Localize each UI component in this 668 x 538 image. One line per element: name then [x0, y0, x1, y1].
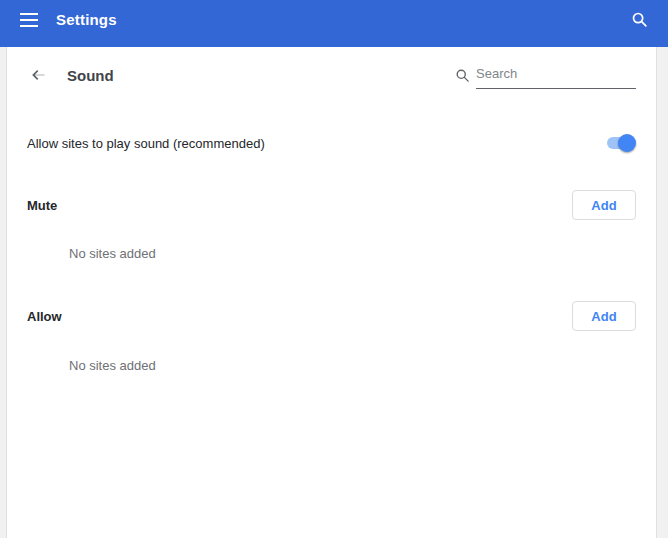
- content-card: Sound Allow sites to play sound (recomme…: [6, 47, 657, 538]
- app-header: Settings: [0, 0, 668, 47]
- sound-toggle-row: Allow sites to play sound (recommended): [27, 120, 636, 166]
- search-box: [455, 62, 636, 89]
- mute-empty-text: No sites added: [69, 242, 636, 266]
- mute-row: Mute Add: [27, 184, 636, 226]
- magnifier-glyph: [631, 11, 648, 28]
- toggle-knob: [618, 134, 636, 152]
- mute-add-button[interactable]: Add: [572, 190, 636, 220]
- search-field-icon: [455, 68, 470, 83]
- allow-row: Allow Add: [27, 295, 636, 337]
- mute-label: Mute: [27, 198, 57, 213]
- back-button[interactable]: [30, 67, 47, 83]
- back-arrow-icon: [30, 67, 47, 83]
- allow-label: Allow: [27, 309, 62, 324]
- toggle-label: Allow sites to play sound (recommended): [27, 136, 265, 151]
- subpage-title: Sound: [67, 67, 114, 84]
- menu-icon[interactable]: [20, 13, 38, 27]
- allow-section: Allow Add No sites added: [27, 295, 636, 378]
- sound-toggle[interactable]: [606, 134, 636, 152]
- search-input[interactable]: [476, 62, 636, 89]
- allow-add-button[interactable]: Add: [572, 301, 636, 331]
- search-icon[interactable]: [631, 11, 648, 28]
- subpage-header: Sound: [27, 47, 636, 103]
- allow-empty-text: No sites added: [69, 354, 636, 378]
- settings-window: Settings Sound: [0, 0, 668, 538]
- mute-section: Mute Add No sites added: [27, 184, 636, 266]
- app-title: Settings: [56, 11, 117, 28]
